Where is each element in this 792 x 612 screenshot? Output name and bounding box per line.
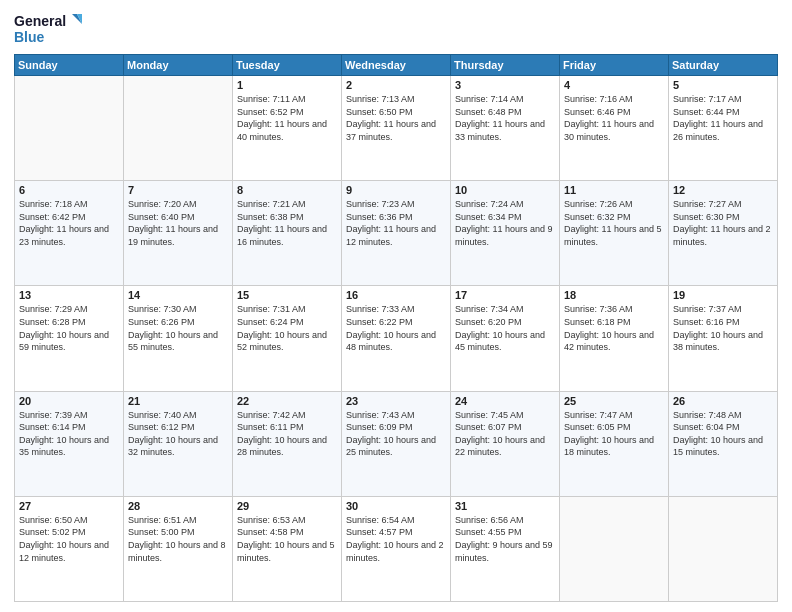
day-number: 13 xyxy=(19,289,119,301)
day-cell: 11Sunrise: 7:26 AMSunset: 6:32 PMDayligh… xyxy=(560,181,669,286)
col-header-friday: Friday xyxy=(560,55,669,76)
day-info: Sunrise: 6:56 AMSunset: 4:55 PMDaylight:… xyxy=(455,514,555,564)
day-info: Sunrise: 7:29 AMSunset: 6:28 PMDaylight:… xyxy=(19,303,119,353)
calendar-header-row: SundayMondayTuesdayWednesdayThursdayFrid… xyxy=(15,55,778,76)
day-number: 23 xyxy=(346,395,446,407)
day-number: 15 xyxy=(237,289,337,301)
week-row-5: 27Sunrise: 6:50 AMSunset: 5:02 PMDayligh… xyxy=(15,496,778,601)
day-number: 25 xyxy=(564,395,664,407)
logo-svg: General Blue xyxy=(14,10,84,48)
day-info: Sunrise: 7:24 AMSunset: 6:34 PMDaylight:… xyxy=(455,198,555,248)
day-info: Sunrise: 7:16 AMSunset: 6:46 PMDaylight:… xyxy=(564,93,664,143)
day-cell: 18Sunrise: 7:36 AMSunset: 6:18 PMDayligh… xyxy=(560,286,669,391)
day-number: 18 xyxy=(564,289,664,301)
day-number: 28 xyxy=(128,500,228,512)
day-info: Sunrise: 7:18 AMSunset: 6:42 PMDaylight:… xyxy=(19,198,119,248)
day-info: Sunrise: 7:47 AMSunset: 6:05 PMDaylight:… xyxy=(564,409,664,459)
day-info: Sunrise: 7:40 AMSunset: 6:12 PMDaylight:… xyxy=(128,409,228,459)
day-cell: 5Sunrise: 7:17 AMSunset: 6:44 PMDaylight… xyxy=(669,76,778,181)
day-number: 1 xyxy=(237,79,337,91)
day-number: 10 xyxy=(455,184,555,196)
svg-text:General: General xyxy=(14,13,66,29)
day-cell: 1Sunrise: 7:11 AMSunset: 6:52 PMDaylight… xyxy=(233,76,342,181)
day-info: Sunrise: 6:53 AMSunset: 4:58 PMDaylight:… xyxy=(237,514,337,564)
day-info: Sunrise: 7:31 AMSunset: 6:24 PMDaylight:… xyxy=(237,303,337,353)
day-number: 26 xyxy=(673,395,773,407)
day-cell: 4Sunrise: 7:16 AMSunset: 6:46 PMDaylight… xyxy=(560,76,669,181)
day-number: 4 xyxy=(564,79,664,91)
day-number: 14 xyxy=(128,289,228,301)
day-number: 5 xyxy=(673,79,773,91)
day-cell xyxy=(124,76,233,181)
day-info: Sunrise: 7:20 AMSunset: 6:40 PMDaylight:… xyxy=(128,198,228,248)
col-header-tuesday: Tuesday xyxy=(233,55,342,76)
day-number: 6 xyxy=(19,184,119,196)
day-number: 31 xyxy=(455,500,555,512)
day-cell: 7Sunrise: 7:20 AMSunset: 6:40 PMDaylight… xyxy=(124,181,233,286)
day-cell: 12Sunrise: 7:27 AMSunset: 6:30 PMDayligh… xyxy=(669,181,778,286)
day-info: Sunrise: 7:27 AMSunset: 6:30 PMDaylight:… xyxy=(673,198,773,248)
day-info: Sunrise: 7:43 AMSunset: 6:09 PMDaylight:… xyxy=(346,409,446,459)
day-number: 7 xyxy=(128,184,228,196)
day-cell: 26Sunrise: 7:48 AMSunset: 6:04 PMDayligh… xyxy=(669,391,778,496)
day-cell: 17Sunrise: 7:34 AMSunset: 6:20 PMDayligh… xyxy=(451,286,560,391)
day-info: Sunrise: 7:14 AMSunset: 6:48 PMDaylight:… xyxy=(455,93,555,143)
day-info: Sunrise: 7:42 AMSunset: 6:11 PMDaylight:… xyxy=(237,409,337,459)
day-number: 11 xyxy=(564,184,664,196)
page: General Blue SundayMondayTuesdayWednesda… xyxy=(0,0,792,612)
day-number: 12 xyxy=(673,184,773,196)
day-number: 22 xyxy=(237,395,337,407)
day-number: 17 xyxy=(455,289,555,301)
day-info: Sunrise: 7:39 AMSunset: 6:14 PMDaylight:… xyxy=(19,409,119,459)
day-info: Sunrise: 7:33 AMSunset: 6:22 PMDaylight:… xyxy=(346,303,446,353)
day-number: 16 xyxy=(346,289,446,301)
day-info: Sunrise: 7:11 AMSunset: 6:52 PMDaylight:… xyxy=(237,93,337,143)
day-info: Sunrise: 7:48 AMSunset: 6:04 PMDaylight:… xyxy=(673,409,773,459)
day-number: 24 xyxy=(455,395,555,407)
day-cell: 23Sunrise: 7:43 AMSunset: 6:09 PMDayligh… xyxy=(342,391,451,496)
day-number: 8 xyxy=(237,184,337,196)
week-row-1: 1Sunrise: 7:11 AMSunset: 6:52 PMDaylight… xyxy=(15,76,778,181)
header: General Blue xyxy=(14,10,778,48)
day-cell: 31Sunrise: 6:56 AMSunset: 4:55 PMDayligh… xyxy=(451,496,560,601)
week-row-2: 6Sunrise: 7:18 AMSunset: 6:42 PMDaylight… xyxy=(15,181,778,286)
svg-text:Blue: Blue xyxy=(14,29,45,45)
day-number: 27 xyxy=(19,500,119,512)
day-cell: 2Sunrise: 7:13 AMSunset: 6:50 PMDaylight… xyxy=(342,76,451,181)
day-info: Sunrise: 6:54 AMSunset: 4:57 PMDaylight:… xyxy=(346,514,446,564)
day-info: Sunrise: 7:30 AMSunset: 6:26 PMDaylight:… xyxy=(128,303,228,353)
day-cell: 20Sunrise: 7:39 AMSunset: 6:14 PMDayligh… xyxy=(15,391,124,496)
day-number: 21 xyxy=(128,395,228,407)
day-number: 20 xyxy=(19,395,119,407)
day-number: 9 xyxy=(346,184,446,196)
day-cell xyxy=(15,76,124,181)
day-info: Sunrise: 6:50 AMSunset: 5:02 PMDaylight:… xyxy=(19,514,119,564)
day-cell: 24Sunrise: 7:45 AMSunset: 6:07 PMDayligh… xyxy=(451,391,560,496)
day-cell: 3Sunrise: 7:14 AMSunset: 6:48 PMDaylight… xyxy=(451,76,560,181)
logo: General Blue xyxy=(14,10,84,48)
day-number: 19 xyxy=(673,289,773,301)
day-cell: 25Sunrise: 7:47 AMSunset: 6:05 PMDayligh… xyxy=(560,391,669,496)
day-number: 29 xyxy=(237,500,337,512)
day-info: Sunrise: 7:13 AMSunset: 6:50 PMDaylight:… xyxy=(346,93,446,143)
col-header-wednesday: Wednesday xyxy=(342,55,451,76)
day-info: Sunrise: 6:51 AMSunset: 5:00 PMDaylight:… xyxy=(128,514,228,564)
day-cell: 13Sunrise: 7:29 AMSunset: 6:28 PMDayligh… xyxy=(15,286,124,391)
day-cell: 30Sunrise: 6:54 AMSunset: 4:57 PMDayligh… xyxy=(342,496,451,601)
week-row-4: 20Sunrise: 7:39 AMSunset: 6:14 PMDayligh… xyxy=(15,391,778,496)
day-info: Sunrise: 7:45 AMSunset: 6:07 PMDaylight:… xyxy=(455,409,555,459)
week-row-3: 13Sunrise: 7:29 AMSunset: 6:28 PMDayligh… xyxy=(15,286,778,391)
day-cell: 21Sunrise: 7:40 AMSunset: 6:12 PMDayligh… xyxy=(124,391,233,496)
col-header-monday: Monday xyxy=(124,55,233,76)
day-cell: 14Sunrise: 7:30 AMSunset: 6:26 PMDayligh… xyxy=(124,286,233,391)
day-number: 30 xyxy=(346,500,446,512)
day-cell: 15Sunrise: 7:31 AMSunset: 6:24 PMDayligh… xyxy=(233,286,342,391)
day-cell: 28Sunrise: 6:51 AMSunset: 5:00 PMDayligh… xyxy=(124,496,233,601)
day-cell xyxy=(669,496,778,601)
day-cell: 6Sunrise: 7:18 AMSunset: 6:42 PMDaylight… xyxy=(15,181,124,286)
day-cell: 9Sunrise: 7:23 AMSunset: 6:36 PMDaylight… xyxy=(342,181,451,286)
col-header-thursday: Thursday xyxy=(451,55,560,76)
day-number: 2 xyxy=(346,79,446,91)
calendar-table: SundayMondayTuesdayWednesdayThursdayFrid… xyxy=(14,54,778,602)
day-number: 3 xyxy=(455,79,555,91)
